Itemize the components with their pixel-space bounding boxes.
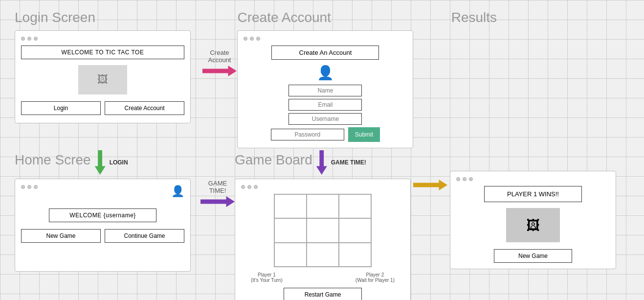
create-dot-1 [244,37,247,41]
create-account-form: Submit [244,85,407,142]
ttt-cell-5[interactable] [307,218,339,242]
submit-button[interactable]: Submit [348,127,380,142]
game-dot-2 [247,185,251,189]
result-image-placeholder: 🖼 [506,208,560,242]
player2-label: Player 2 [355,272,395,277]
results-dot-1 [456,177,460,181]
create-account-window: Create An Account 👤 Submit [237,30,413,148]
game-window-dots [241,185,404,189]
login-label: LOGIN [110,159,128,166]
game-board-title: Game Board [235,152,312,168]
login-screen-title: Login Screen [15,10,202,25]
create-account-arrow-label: Create Account [202,49,238,64]
login-down-arrow [95,150,106,175]
login-image-placeholder: 🖼 [78,65,127,94]
create-account-title: Create Account [237,10,451,25]
login-button[interactable]: Login [21,101,101,115]
email-row [289,99,362,111]
login-btn-row: Login Create Account [21,101,184,115]
home-dot-2 [27,185,31,189]
window-dots [21,37,184,41]
ttt-cell-4[interactable] [274,218,307,242]
results-dot-3 [469,177,473,181]
create-account-banner: Create An Account [271,46,379,60]
create-account-arrow [202,66,237,76]
player1-info: Player 1 (It's Your Turn) [251,272,283,283]
player1-sub: (It's Your Turn) [251,277,283,283]
email-input[interactable] [289,99,362,111]
name-row [289,85,362,96]
results-arrow-area [411,150,450,190]
dot-2 [27,37,31,41]
create-account-button-login[interactable]: Create Account [105,101,184,115]
home-avatar: 👤 [171,185,184,198]
game-time-arrow-label: GAME TIME! [200,180,235,194]
welcome-banner: WELCOME TO TIC TAC TOE [21,46,184,59]
login-window: WELCOME TO TIC TAC TOE 🖼 Login Create Ac… [15,30,191,123]
home-screen-title: Home Scree [15,152,91,168]
ttt-cell-7[interactable] [274,243,307,267]
game-time-arrow-area: GAME TIME! [200,150,235,207]
create-dot-3 [256,37,260,41]
results-dot-2 [463,177,466,181]
player-info-row: Player 1 (It's Your Turn) Player 2 (Wait… [241,272,404,283]
create-dot-2 [250,37,254,41]
ttt-cell-9[interactable] [339,243,371,267]
create-window-dots [244,37,407,41]
ttt-cell-8[interactable] [307,243,339,267]
results-title: Results [451,10,629,25]
ttt-cell-2[interactable] [307,194,339,218]
new-game-button-results[interactable]: New Game [494,249,572,263]
game-dot-3 [254,185,258,189]
home-window: 👤 WELCOME {username} New Game Continue G… [15,179,191,272]
home-window-dots [21,185,184,189]
ttt-grid [274,194,372,267]
home-screen-header-row: Home Scree LOGIN [15,150,191,175]
new-game-button-home[interactable]: New Game [21,229,101,243]
winner-banner: PLAYER 1 WINS!! [484,186,582,202]
create-account-arrow-area: Create Account [202,10,238,76]
ttt-cell-6[interactable] [339,218,371,242]
ttt-cell-3[interactable] [339,194,371,218]
home-welcome-text: WELCOME {username} [49,208,156,222]
game-time-label: GAME TIME! [331,159,366,166]
game-board-down-arrow [316,150,327,175]
home-dot-3 [34,185,38,189]
password-input[interactable] [271,129,344,140]
game-board-window: Player 1 (It's Your Turn) Player 2 (Wait… [235,179,411,300]
restart-game-button[interactable]: Restart Game [284,288,362,300]
home-btn-row: New Game Continue Game [21,229,184,243]
name-input[interactable] [289,85,362,96]
username-row [289,113,362,125]
player1-label: Player 1 [251,272,283,277]
results-window: PLAYER 1 WINS!! 🖼 New Game [450,171,616,269]
player2-info: Player 2 (Wait for Player 1) [355,272,395,283]
ttt-cell-1[interactable] [274,194,307,218]
continue-game-button[interactable]: Continue Game [105,229,184,243]
game-board-header-row: Game Board GAME TIME! [235,150,411,175]
image-icon: 🖼 [97,73,108,86]
result-image-icon: 🖼 [526,217,540,233]
home-dot-1 [21,185,25,189]
username-input[interactable] [289,113,362,125]
results-window-dots [456,177,610,181]
game-dot-1 [241,185,245,189]
game-time-arrow [200,196,235,207]
password-row: Submit [271,127,380,142]
player2-sub: (Wait for Player 1) [355,277,395,283]
results-arrow [413,180,447,190]
dot-1 [21,37,25,41]
create-avatar-icon: 👤 [244,65,407,81]
dot-3 [34,37,38,41]
